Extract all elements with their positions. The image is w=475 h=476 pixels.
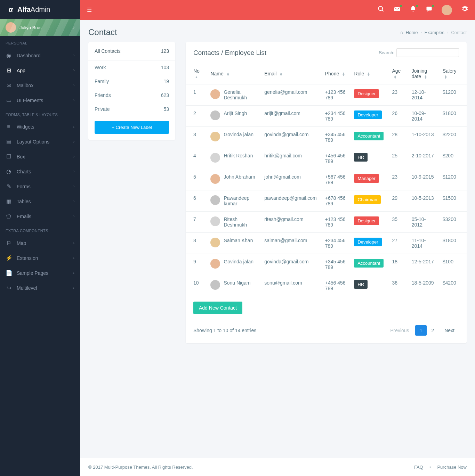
contact-label-family[interactable]: Family19	[88, 74, 175, 88]
hamburger-icon[interactable]: ☰	[87, 7, 92, 13]
sidebar-item-sample-pages[interactable]: 📄Sample Pages›	[0, 265, 80, 280]
avatar	[210, 110, 220, 120]
chevron-right-icon: ›	[73, 199, 74, 203]
add-contact-button[interactable]: Add New Contact	[193, 302, 242, 314]
pagination-prev[interactable]: Previous	[386, 325, 413, 336]
sidebar-item-map[interactable]: ⚐Map›	[0, 236, 80, 251]
cell-email: arijit@gmail.com	[260, 106, 321, 127]
share-icon: ↪	[6, 285, 12, 291]
logo[interactable]: α AlfaAdmin	[0, 0, 80, 19]
cell-age: 25	[388, 148, 407, 169]
pagination-page-1[interactable]: 1	[415, 325, 427, 336]
svg-point-0	[379, 7, 383, 11]
nav-section-header: PERSONAL	[0, 36, 80, 48]
app-icon: ⊞	[6, 67, 12, 74]
cell-email: sonu@gmail.com	[260, 275, 321, 296]
chat-icon[interactable]	[426, 6, 433, 14]
role-badge: Designer	[354, 89, 379, 98]
column-header-salery[interactable]: Salery ▲▼	[438, 63, 467, 84]
tables-icon: ▦	[6, 198, 12, 205]
sort-icon: ▲▼	[367, 72, 370, 76]
table-row[interactable]: 4 Hritik Roshan hritik@gmail.com +456 45…	[186, 148, 467, 169]
search-label: Search:	[379, 50, 394, 55]
footer-faq-link[interactable]: FAQ	[414, 465, 423, 470]
sidebar-item-multilevel[interactable]: ↪Multilevel›	[0, 280, 80, 295]
table-row[interactable]: 9 Govinda jalan govinda@gmail.com +345 4…	[186, 254, 467, 275]
column-header-name[interactable]: Name ▲▼	[206, 63, 260, 84]
table-row[interactable]: 3 Govinda jalan govinda@gmail.com +345 4…	[186, 127, 467, 148]
sidebar-item-charts[interactable]: ◔Charts›	[0, 164, 80, 179]
user-panel[interactable]: Juliya Brus ›	[0, 19, 80, 36]
sidebar-item-box[interactable]: ☐Box›	[0, 149, 80, 164]
emails-icon: ⬠	[6, 213, 12, 220]
nav-item-label: Box	[17, 154, 25, 159]
column-header-phone[interactable]: Phone ▲▼	[321, 63, 350, 84]
sidebar-item-widgets[interactable]: ≡Widgets›	[0, 120, 80, 134]
sidebar-item-app[interactable]: ⊞App›	[0, 63, 80, 78]
sidebar-item-layout-options[interactable]: ▤Layout Options›	[0, 134, 80, 149]
table-row[interactable]: 2 Arijit Singh arijit@gmail.com +234 456…	[186, 106, 467, 127]
search-icon[interactable]	[378, 6, 385, 14]
column-header-joining-date[interactable]: Joining date ▲▼	[408, 63, 438, 84]
avatar	[210, 132, 220, 141]
bell-icon[interactable]	[410, 6, 417, 14]
search-input[interactable]	[396, 48, 459, 57]
cell-role: Developer	[350, 233, 388, 254]
label-count: 19	[163, 79, 169, 84]
nav-item-label: Charts	[17, 169, 31, 174]
cell-name: Govinda jalan	[206, 127, 260, 148]
gear-icon[interactable]	[461, 6, 468, 14]
avatar	[210, 216, 220, 226]
create-label-button[interactable]: + Create New Label	[95, 121, 169, 134]
cell-no: 8	[186, 233, 206, 254]
sidebar-item-ui-elements[interactable]: ▭UI Elements›	[0, 93, 80, 108]
breadcrumb-examples[interactable]: Examples	[425, 30, 444, 35]
sidebar-item-emails[interactable]: ⬠Emails›	[0, 209, 80, 224]
cell-salary: $1800	[438, 233, 467, 254]
pagination-next[interactable]: Next	[440, 325, 459, 336]
cell-joining: 12-5-2017	[408, 254, 438, 275]
pagination-page-2[interactable]: 2	[427, 325, 438, 336]
breadcrumb-home[interactable]: Home	[406, 30, 418, 35]
table-row[interactable]: 1 Genelia Deshmukh genelia@gmail.com +12…	[186, 84, 467, 106]
role-badge: Developer	[354, 110, 381, 119]
sort-icon: ▲▼	[279, 72, 283, 76]
cell-email: salman@gmail.com	[260, 233, 321, 254]
table-row[interactable]: 10 Sonu Nigam sonu@gmail.com +456 456 78…	[186, 275, 467, 296]
mail-icon: ✉	[6, 82, 12, 89]
topbar-avatar[interactable]	[442, 5, 452, 15]
cell-name: Genelia Deshmukh	[206, 84, 260, 106]
sidebar-item-mailbox[interactable]: ✉Mailbox›	[0, 78, 80, 93]
cell-salary: $1200	[438, 169, 467, 190]
chevron-right-icon: ›	[73, 170, 74, 173]
nav-item-label: Multilevel	[17, 285, 37, 291]
sidebar-item-extension[interactable]: ⚡Extension›	[0, 251, 80, 265]
dashboard-icon: ◉	[6, 52, 12, 59]
cell-joining: 2-10-2017	[408, 148, 438, 169]
column-header-email[interactable]: Email ▲▼	[260, 63, 321, 84]
nav-section-header: EXTRA COMPONENTS	[0, 224, 80, 236]
contact-label-work[interactable]: Work103	[88, 60, 175, 74]
cell-name: Arijit Singh	[206, 106, 260, 127]
contact-label-private[interactable]: Private53	[88, 102, 175, 116]
sidebar-item-dashboard[interactable]: ◉Dashboard›	[0, 48, 80, 63]
logo-text-bold: Alfa	[17, 6, 31, 13]
column-header-no[interactable]: No ▲	[186, 63, 206, 84]
footer-purchase-link[interactable]: Purchase Now	[437, 465, 467, 470]
table-row[interactable]: 7 Ritesh Deshmukh ritesh@gmail.com +123 …	[186, 212, 467, 233]
cell-role: Designer	[350, 84, 388, 106]
table-row[interactable]: 5 John Abraham john@gmail.com +567 456 7…	[186, 169, 467, 190]
cell-phone: +123 456 789	[321, 212, 350, 233]
table-row[interactable]: 6 Pawandeep kumar pawandeep@gmail.com +6…	[186, 190, 467, 212]
cell-no: 1	[186, 84, 206, 106]
sidebar-item-forms[interactable]: ✎Forms›	[0, 179, 80, 194]
contact-label-friends[interactable]: Friends623	[88, 88, 175, 102]
mail-icon[interactable]	[394, 6, 401, 14]
sidebar-item-tables[interactable]: ▦Tables›	[0, 194, 80, 209]
table-row[interactable]: 8 Salman Khan salman@gmail.com +234 456 …	[186, 233, 467, 254]
column-header-role[interactable]: Role ▲▼	[350, 63, 388, 84]
column-header-age[interactable]: Age ▲▼	[388, 63, 407, 84]
cell-joining: 10-9-2015	[408, 169, 438, 190]
cell-phone: +567 456 789	[321, 169, 350, 190]
forms-icon: ✎	[6, 183, 12, 190]
